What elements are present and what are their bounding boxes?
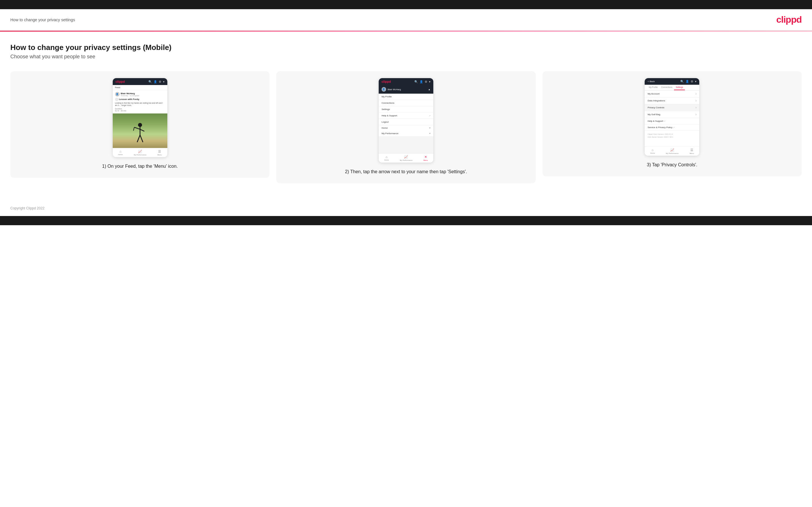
- menu-icon-3: ☰: [691, 148, 693, 152]
- settings-item-data-integrations: Data Integrations ›: [645, 97, 699, 104]
- phone-2-bottom-nav: ⌂ Home 📈 My Performance ✕ Menu: [379, 153, 433, 163]
- performance-icon: 📈: [138, 150, 142, 153]
- menu-item-connections: Connections: [379, 100, 433, 106]
- menu-section-home: Home ▾: [379, 125, 433, 131]
- steps-container: clippd 🔍 👤 ⚙ ▾ Feed 👤 Blair McHar: [10, 71, 802, 183]
- page-subheading: Choose what you want people to see: [10, 54, 802, 60]
- svg-line-6: [134, 127, 134, 131]
- phone-1-logo: clippd: [115, 80, 125, 83]
- menu-section-home-label: Home: [382, 127, 388, 129]
- menu-label-2: Menu: [423, 159, 428, 161]
- settings-item-help-support: Help & Support ↗: [645, 118, 699, 124]
- post-header: 👤 Blair McHarg Yesterday · Sunningdale: [115, 92, 165, 97]
- duration: Duration: [115, 108, 165, 110]
- profile-icon-2: 👤: [419, 80, 423, 83]
- my-account-arrow: ›: [696, 92, 697, 95]
- step-1-phone: clippd 🔍 👤 ⚙ ▾ Feed 👤 Blair McHar: [113, 78, 167, 157]
- menu-item-logout: Logout: [379, 119, 433, 125]
- nav3-home: ⌂ Home: [650, 148, 655, 154]
- post-name: Blair McHarg: [121, 92, 140, 95]
- menu-icon: ☰: [158, 150, 161, 153]
- bottom-bar: [0, 216, 812, 225]
- phone-1-golf-image: [113, 113, 167, 148]
- menu-user-name: Blair McHarg: [388, 88, 401, 91]
- my-golf-bag-label: My Golf Bag: [648, 113, 660, 116]
- svg-line-4: [137, 135, 140, 142]
- settings-icon-3: ⚙: [691, 80, 693, 83]
- phone-2-menu-user: 👤 Blair McHarg ▲: [379, 85, 433, 94]
- profile-icon: 👤: [154, 80, 157, 83]
- phone-1-navbar: clippd 🔍 👤 ⚙ ▾: [113, 78, 167, 85]
- svg-line-5: [140, 135, 143, 142]
- menu-user-chevron-up: ▲: [428, 88, 430, 91]
- profile-icon-3: 👤: [686, 80, 689, 83]
- my-account-label: My Account: [648, 93, 659, 95]
- service-privacy-label: Service & Privacy Policy ↗: [648, 126, 674, 129]
- step-1-caption: 1) On your Feed, tap the 'Menu' icon.: [102, 163, 178, 170]
- menu-section-performance: My Performance ▾: [379, 131, 433, 136]
- post-info: Blair McHarg Yesterday · Sunningdale: [121, 92, 140, 97]
- home-icon: ⌂: [119, 150, 121, 153]
- tab-connections: Connections: [659, 85, 674, 90]
- version-gql: GQL Server Version: 2022.7.30-1: [648, 136, 697, 139]
- performance-label-2: My Performance: [400, 159, 412, 161]
- logo: clippd: [776, 14, 802, 25]
- nav2-home: ⌂ Home: [384, 155, 389, 161]
- version-client: Clippd Client Version: 2022.8.3-3: [648, 133, 697, 136]
- tab-settings: Settings: [674, 85, 684, 90]
- home-label-3: Home: [650, 152, 655, 154]
- phone-3-version: Clippd Client Version: 2022.8.3-3 GQL Se…: [645, 131, 699, 141]
- duration-value: 01 hr : 30 min: [115, 110, 165, 112]
- phone-2-logo: clippd: [382, 80, 391, 83]
- settings-icon: ⚙: [159, 80, 161, 83]
- back-button: < Back: [648, 80, 655, 83]
- data-integrations-label: Data Integrations: [648, 99, 665, 102]
- menu-spacer: [379, 136, 433, 153]
- performance-label-3: My Performance: [666, 153, 678, 154]
- nav2-menu: ✕ Menu: [423, 155, 428, 161]
- search-icon: 🔍: [148, 80, 152, 83]
- lesson-row: Lesson with Fordy: [115, 98, 165, 101]
- nav-performance: 📈 My Performance: [134, 150, 146, 156]
- step-3-caption: 3) Tap 'Privacy Controls'.: [647, 161, 697, 168]
- top-bar: [0, 0, 812, 9]
- svg-line-3: [140, 129, 144, 131]
- phone-3-navbar: < Back 🔍 👤 ⚙ ▾: [645, 78, 699, 85]
- menu-home-chevron: ▾: [429, 127, 430, 129]
- step-2-card: clippd 🔍 👤 ⚙ ▾ 👤 Blair McHarg ▲: [276, 71, 536, 183]
- phone-3-bottom-nav: ⌂ Home 📈 My Performance ☰ Menu: [645, 147, 699, 156]
- home-icon-2: ⌂: [386, 155, 388, 159]
- lesson-desc: Looking to feel like my hands are exitin…: [115, 102, 165, 107]
- phone-2-menu: My Profile Connections Settings Help & S…: [379, 94, 433, 153]
- more-icon-2: ▾: [429, 80, 430, 83]
- lesson-title: Lesson with Fordy: [119, 98, 140, 101]
- step-3-card: < Back 🔍 👤 ⚙ ▾ My Profile Connections Se…: [543, 71, 802, 176]
- menu-perf-chevron: ▾: [429, 132, 430, 135]
- menu-label-3: Menu: [690, 153, 694, 154]
- step-2-caption: 2) Then, tap the arrow next to your name…: [345, 168, 467, 175]
- menu-item-help: Help & Support ↗: [379, 113, 433, 119]
- footer: Copyright Clippd 2022: [0, 201, 812, 216]
- lesson-icon: [115, 98, 118, 101]
- performance-icon-3: 📈: [670, 148, 674, 152]
- settings-item-privacy-controls: Privacy Controls ›: [645, 104, 699, 111]
- settings-item-my-golf-bag: My Golf Bag ›: [645, 111, 699, 118]
- nav-home: ⌂ Home: [118, 150, 123, 156]
- phone-1-icons: 🔍 👤 ⚙ ▾: [148, 80, 164, 83]
- svg-point-0: [138, 123, 142, 127]
- phone-2-icons: 🔍 👤 ⚙ ▾: [414, 80, 430, 83]
- settings-item-my-account: My Account ›: [645, 91, 699, 97]
- page-heading: How to change your privacy settings (Mob…: [10, 43, 802, 52]
- privacy-controls-arrow: ›: [696, 106, 697, 109]
- step-2-phone: clippd 🔍 👤 ⚙ ▾ 👤 Blair McHarg ▲: [379, 78, 433, 163]
- header-title: How to change your privacy settings: [10, 17, 75, 22]
- nav3-menu: ☰ Menu: [690, 148, 694, 154]
- nav-menu: ☰ Menu: [157, 150, 162, 156]
- post-avatar: 👤: [115, 92, 119, 97]
- more-icon-3: ▾: [695, 80, 697, 83]
- menu-label: Menu: [157, 154, 162, 156]
- nav3-performance: 📈 My Performance: [666, 148, 678, 154]
- help-support-label: Help & Support ↗: [648, 120, 665, 122]
- privacy-controls-label: Privacy Controls: [648, 106, 664, 109]
- nav2-performance: 📈 My Performance: [400, 155, 412, 161]
